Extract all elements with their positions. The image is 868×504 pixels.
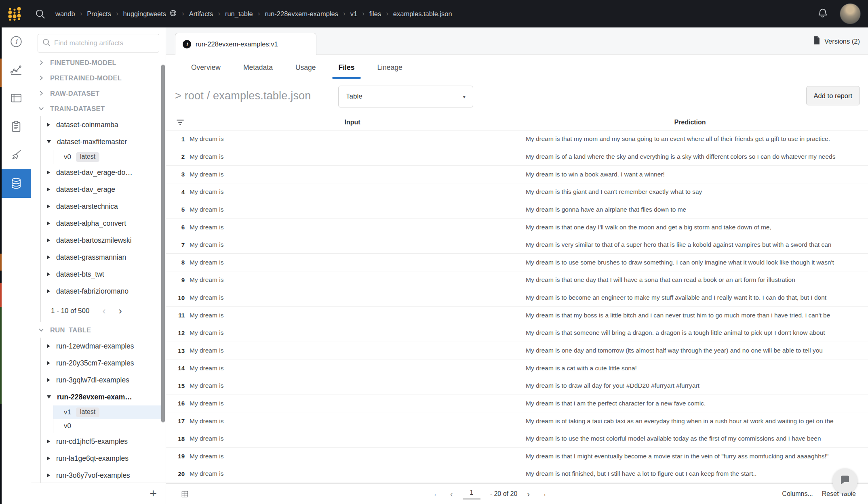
table-row[interactable]: 19 My dream is My dream is that I might … [166,448,868,466]
breadcrumb-item-version[interactable]: v1 [350,10,357,18]
tree-item-dataset[interactable]: dataset-dav_erage-do… [41,164,166,181]
table-row[interactable]: 9 My dream is My dream is that one day t… [166,271,868,289]
tab-overview[interactable]: Overview [191,63,221,79]
table-row[interactable]: 5 My dream is My dream is gonna have an … [166,201,868,219]
support-chat-button[interactable] [832,468,857,494]
tab-files[interactable]: Files [339,63,355,79]
rail-charts-icon[interactable] [2,56,31,84]
table-row[interactable]: 12 My dream is My dream is that someone … [166,324,868,342]
version-label: v0 [64,153,71,161]
rail-artifacts-icon[interactable] [2,169,31,198]
tree-item-dataset[interactable]: dataset-grassmannian [41,249,166,266]
sidebar-section-train-dataset[interactable]: TRAIN-DATASET [31,101,166,116]
column-header-prediction[interactable]: Prediction [520,119,868,126]
breadcrumb-item-artifacts[interactable]: Artifacts [189,10,213,18]
breadcrumb-separator: › [182,10,184,18]
tree-item-dataset[interactable]: dataset-fabrizioromano [41,283,166,300]
breadcrumb-item-files[interactable]: files [369,10,381,18]
breadcrumb-item-filename[interactable]: examples.table.json [393,10,452,18]
prev-page-chevron-icon[interactable]: ‹ [450,489,453,499]
next-page-chevron-icon[interactable]: › [527,489,530,499]
version-row-selected[interactable]: v1 latest [53,405,161,419]
sidebar-section-finetuned-model[interactable]: FINETUNED-MODEL [31,55,166,70]
table-row[interactable]: 4 My dream is My dream is this giant and… [166,183,868,201]
next-page-chevron[interactable]: › [118,306,122,316]
rail-info-icon[interactable]: i [2,27,31,56]
table-footer-bar: ← ‹ - 20 of 20 › → Columns... Reset Tabl… [166,483,868,504]
row-prediction-cell: My dream is of a land where the sky and … [520,153,868,160]
row-prediction-cell: My dream is to win a book award. I want … [520,171,868,178]
last-page-arrow-icon[interactable]: → [539,489,547,498]
sidebar-section-run-table[interactable]: RUN_TABLE [31,322,166,338]
tree-item-dataset-expanded[interactable]: dataset-maxfitemaster [41,133,166,150]
breadcrumb-item-projects[interactable]: Projects [87,10,111,18]
table-row[interactable]: 16 My dream is My dream is that i am the… [166,395,868,413]
tree-item-dataset[interactable]: dataset-arstechnica [41,198,166,215]
artifact-version-tab[interactable]: i run-228evxem-examples:v1 [175,33,316,55]
tab-usage[interactable]: Usage [295,63,316,79]
artifact-search-input[interactable] [53,39,155,48]
sidebar-section-pretrained-model[interactable]: PRETRAINED-MODEL [31,70,166,86]
table-row[interactable]: 11 My dream is My dream is that my boss … [166,307,868,324]
rail-reports-icon[interactable] [2,112,31,141]
tree-item-run[interactable]: run-20y35cm7-examples [41,355,166,372]
first-page-arrow-icon[interactable]: ← [433,489,440,498]
sidebar-section-raw-dataset[interactable]: RAW-DATASET [31,86,166,101]
breadcrumb-item-project[interactable]: huggingtweets [123,9,177,19]
row-input-cell: My dream is [185,453,520,460]
tree-item-dataset[interactable]: dataset-bartoszmilewski [41,232,166,249]
wandb-logo-icon[interactable] [6,6,23,22]
breadcrumb-item-run-table[interactable]: run_table [225,10,253,18]
tree-item-run[interactable]: run-3gqlw7dl-examples [41,372,166,388]
prev-page-chevron[interactable]: ‹ [102,306,105,316]
table-row[interactable]: 20 My dream is My dream is not finished,… [166,465,868,483]
table-row[interactable]: 7 My dream is My dream is very similar t… [166,236,868,254]
table-row[interactable]: 3 My dream is My dream is to win a book … [166,166,868,183]
tree-item-run[interactable]: run-3o6y7vof-examples [41,467,166,484]
tree-item-dataset[interactable]: dataset-dav_erage [41,181,166,198]
row-input-cell: My dream is [185,312,520,319]
user-avatar[interactable] [840,3,861,24]
row-index: 10 [166,294,185,301]
table-grid-icon[interactable] [181,490,189,498]
page-number-input[interactable] [463,488,480,500]
columns-button[interactable]: Columns... [782,490,813,498]
table-row[interactable]: 18 My dream is My dream is to use the mo… [166,430,868,448]
table-row[interactable]: 8 My dream is My dream is to use some br… [166,254,868,271]
search-icon[interactable] [35,8,46,19]
add-to-report-button[interactable]: Add to report [806,86,860,105]
filter-icon[interactable] [166,119,185,126]
row-index: 7 [166,242,185,248]
tree-item-dataset[interactable]: dataset-alpha_convert [41,215,166,232]
tree-item-dataset[interactable]: dataset-coinmamba [41,116,166,133]
sidebar-scrollbar[interactable] [161,65,165,422]
rail-sweeps-icon[interactable] [2,141,31,169]
breadcrumb-item-artifact-name[interactable]: run-228evxem-examples [265,10,338,18]
table-row[interactable]: 10 My dream is My dream is to become an … [166,289,868,307]
tree-item-run[interactable]: run-1zewdmar-examples [41,338,166,355]
tree-item-dataset[interactable]: dataset-bts_twt [41,266,166,283]
tree-item-run[interactable]: run-la1ge6qt-examples [41,450,166,467]
versions-button[interactable]: Versions (2) [813,33,860,49]
column-header-input[interactable]: Input [185,119,520,126]
rail-panels-icon[interactable] [2,84,31,112]
table-row[interactable]: 2 My dream is My dream is of a land wher… [166,148,868,166]
table-row[interactable]: 17 My dream is My dream is of taking a t… [166,412,868,430]
table-row[interactable]: 13 My dream is My dream is one day and t… [166,342,868,360]
table-row[interactable]: 14 My dream is My dream is a cat with a … [166,359,868,377]
artifact-search[interactable] [38,34,159,52]
caret-down-icon [47,395,51,399]
tab-metadata[interactable]: Metadata [243,63,273,79]
add-artifact-button[interactable]: + [150,487,157,500]
tab-lineage[interactable]: Lineage [377,63,402,79]
version-row[interactable]: v0 [53,419,161,433]
version-row[interactable]: v0 latest [53,150,161,164]
table-row[interactable]: 15 My dream is My dream is to draw all d… [166,377,868,395]
view-mode-select[interactable]: Table ▾ [338,86,473,107]
notifications-bell-icon[interactable] [817,7,828,20]
breadcrumb-item-wandb[interactable]: wandb [55,10,75,18]
table-row[interactable]: 1 My dream is My dream is that my mom an… [166,130,868,148]
table-row[interactable]: 6 My dream is My dream is that one day I… [166,218,868,236]
tree-item-run-expanded[interactable]: run-228evxem-exam… [41,388,166,405]
tree-item-run[interactable]: run-cd1jhcf5-examples [41,433,166,450]
